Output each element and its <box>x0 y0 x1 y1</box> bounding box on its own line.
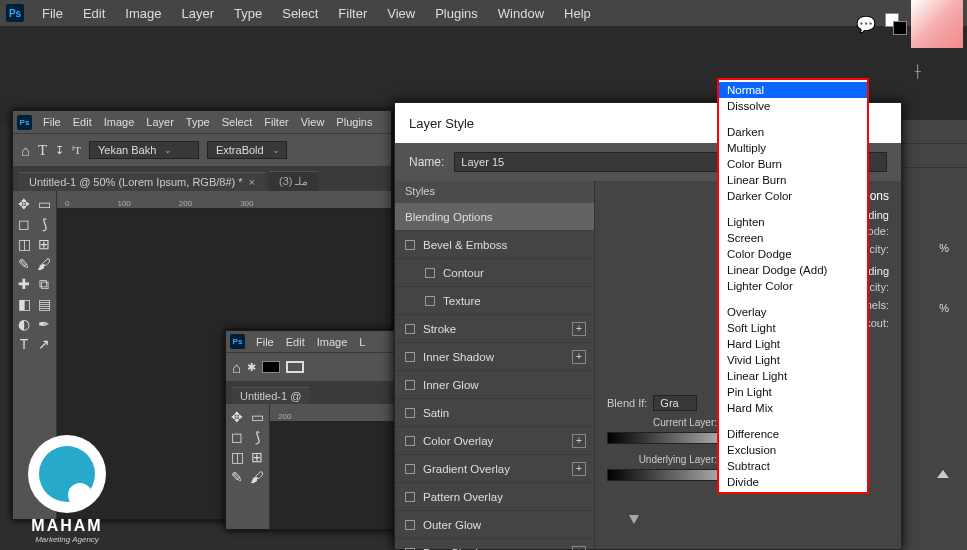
crop-tool-icon[interactable]: ◫ <box>228 448 246 466</box>
menu-file[interactable]: File <box>34 4 71 23</box>
blend-mode-option-darken[interactable]: Darken <box>719 124 867 140</box>
n2menu-edit[interactable]: Edit <box>281 335 310 349</box>
move-tool-icon[interactable]: ✥ <box>15 195 33 213</box>
style-row-blending-options[interactable]: Blending Options <box>395 203 594 231</box>
menu-layer[interactable]: Layer <box>174 4 223 23</box>
blend-mode-option-lighter-color[interactable]: Lighter Color <box>719 278 867 294</box>
blend-mode-option-multiply[interactable]: Multiply <box>719 140 867 156</box>
fill-swatch-icon[interactable] <box>262 361 280 373</box>
checkbox[interactable] <box>405 380 415 390</box>
blendif-select[interactable]: Gra <box>653 395 697 411</box>
menu-image[interactable]: Image <box>117 4 169 23</box>
document-tab-1[interactable]: Untitled-1 @ 50% (Lorem Ipsum, RGB/8#) *… <box>19 172 265 191</box>
brush-settings-icon[interactable]: ⟊ <box>903 56 933 86</box>
add-effect-icon[interactable]: + <box>572 546 586 551</box>
blend-mode-option-normal[interactable]: Normal <box>719 82 867 98</box>
menu-type[interactable]: Type <box>226 4 270 23</box>
style-row-outer-glow[interactable]: Outer Glow <box>395 511 594 539</box>
pen-tool-icon[interactable]: ✒ <box>35 315 53 333</box>
menu-edit[interactable]: Edit <box>75 4 113 23</box>
checkbox[interactable] <box>405 324 415 334</box>
blend-mode-dropdown[interactable]: NormalDissolveDarkenMultiplyColor BurnLi… <box>717 78 869 494</box>
blend-mode-option-lighten[interactable]: Lighten <box>719 214 867 230</box>
healing-tool-icon[interactable]: ✚ <box>15 275 33 293</box>
blend-mode-option-darker-color[interactable]: Darker Color <box>719 188 867 204</box>
lasso-tool-icon[interactable]: ⟆ <box>248 428 266 446</box>
n2menu-file[interactable]: File <box>251 335 279 349</box>
home-icon[interactable]: ⌂ <box>21 142 30 159</box>
foreground-background-swatch[interactable] <box>885 13 907 35</box>
blend-mode-option-dissolve[interactable]: Dissolve <box>719 98 867 114</box>
stroke-swatch-icon[interactable] <box>286 361 304 373</box>
style-row-pattern-overlay[interactable]: Pattern Overlay <box>395 483 594 511</box>
checkbox[interactable] <box>405 492 415 502</box>
slider-thumb-icon[interactable] <box>937 470 949 478</box>
eyedropper-tool-icon[interactable]: ✎ <box>228 468 246 486</box>
add-effect-icon[interactable]: + <box>572 462 586 476</box>
nmenu-layer[interactable]: Layer <box>141 115 179 129</box>
marquee-tool-icon[interactable]: ◻ <box>15 215 33 233</box>
document-tab-2[interactable]: (3) ملـ <box>269 171 319 191</box>
lasso-tool-icon[interactable]: ⟆ <box>35 215 53 233</box>
checkbox[interactable] <box>405 352 415 362</box>
blend-mode-option-exclusion[interactable]: Exclusion <box>719 442 867 458</box>
artboard-tool-icon[interactable]: ▭ <box>248 408 266 426</box>
eyedropper-tool-icon[interactable]: ✎ <box>15 255 33 273</box>
eraser-tool-icon[interactable]: ◧ <box>15 295 33 313</box>
marquee-tool-icon[interactable]: ◻ <box>228 428 246 446</box>
checkbox[interactable] <box>405 240 415 250</box>
nmenu-filter[interactable]: Filter <box>259 115 293 129</box>
style-row-gradient-overlay[interactable]: Gradient Overlay+ <box>395 455 594 483</box>
blend-mode-option-subtract[interactable]: Subtract <box>719 458 867 474</box>
nested2-tab[interactable]: Untitled-1 @ <box>232 387 309 404</box>
frame-tool-icon[interactable]: ⊞ <box>35 235 53 253</box>
add-effect-icon[interactable]: + <box>572 322 586 336</box>
font-family-select[interactable]: Yekan Bakh <box>89 141 199 159</box>
style-row-contour[interactable]: Contour <box>395 259 594 287</box>
brush-tool-icon[interactable]: 🖌 <box>248 468 266 486</box>
checkbox[interactable] <box>405 464 415 474</box>
blend-mode-option-divide[interactable]: Divide <box>719 474 867 490</box>
clone-tool-icon[interactable]: ⧉ <box>35 275 53 293</box>
blend-mode-option-pin-light[interactable]: Pin Light <box>719 384 867 400</box>
menu-view[interactable]: View <box>379 4 423 23</box>
type-tool-icon[interactable]: T <box>38 142 47 159</box>
blend-mode-option-hard-mix[interactable]: Hard Mix <box>719 400 867 416</box>
artboard-tool-icon[interactable]: ▭ <box>35 195 53 213</box>
nmenu-view[interactable]: View <box>296 115 330 129</box>
menu-select[interactable]: Select <box>274 4 326 23</box>
blend-mode-option-screen[interactable]: Screen <box>719 230 867 246</box>
close-icon[interactable]: × <box>249 176 255 188</box>
color-preview[interactable] <box>911 0 963 48</box>
home-icon[interactable]: ⌂ <box>232 359 241 376</box>
menu-filter[interactable]: Filter <box>330 4 375 23</box>
checkbox[interactable] <box>405 436 415 446</box>
blend-mode-option-color-burn[interactable]: Color Burn <box>719 156 867 172</box>
checkbox[interactable] <box>425 268 435 278</box>
crop-tool-icon[interactable]: ◫ <box>15 235 33 253</box>
n2menu-image[interactable]: Image <box>312 335 353 349</box>
blend-mode-option-linear-dodge-add-[interactable]: Linear Dodge (Add) <box>719 262 867 278</box>
add-effect-icon[interactable]: + <box>572 350 586 364</box>
style-row-inner-shadow[interactable]: Inner Shadow+ <box>395 343 594 371</box>
checkbox[interactable] <box>405 408 415 418</box>
orientation-icon[interactable]: ↧ <box>55 144 64 157</box>
nmenu-type[interactable]: Type <box>181 115 215 129</box>
add-effect-icon[interactable]: + <box>572 434 586 448</box>
move-tool-icon[interactable]: ✥ <box>228 408 246 426</box>
style-row-inner-glow[interactable]: Inner Glow <box>395 371 594 399</box>
menu-window[interactable]: Window <box>490 4 552 23</box>
blend-mode-option-linear-burn[interactable]: Linear Burn <box>719 172 867 188</box>
blend-mode-option-difference[interactable]: Difference <box>719 426 867 442</box>
checkbox[interactable] <box>425 296 435 306</box>
style-row-texture[interactable]: Texture <box>395 287 594 315</box>
style-row-satin[interactable]: Satin <box>395 399 594 427</box>
blend-mode-option-linear-light[interactable]: Linear Light <box>719 368 867 384</box>
blend-mode-option-color-dodge[interactable]: Color Dodge <box>719 246 867 262</box>
blend-mode-option-hard-light[interactable]: Hard Light <box>719 336 867 352</box>
nested2-canvas[interactable]: 200 <box>270 404 399 529</box>
frame-tool-icon[interactable]: ⊞ <box>248 448 266 466</box>
nmenu-image[interactable]: Image <box>99 115 140 129</box>
underlying-thumb-icon[interactable] <box>629 515 639 524</box>
nmenu-edit[interactable]: Edit <box>68 115 97 129</box>
